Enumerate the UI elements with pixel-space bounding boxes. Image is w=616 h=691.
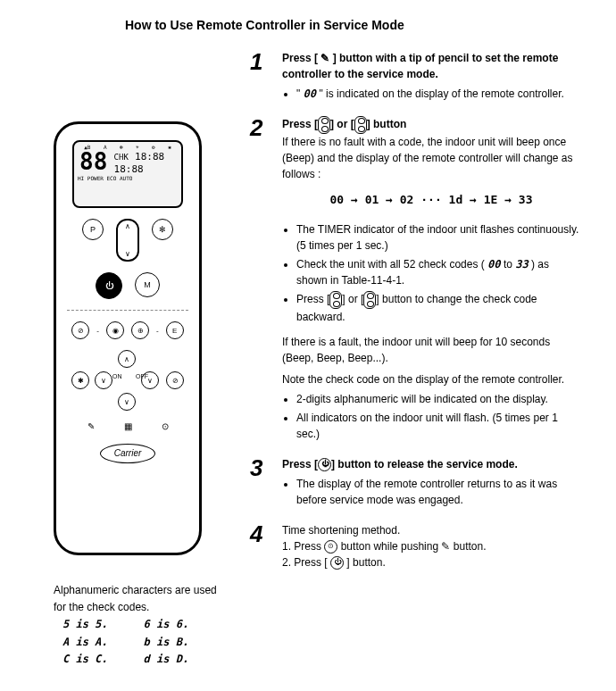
btn-d: E (166, 321, 184, 339)
btn-a: ⊘ (71, 321, 89, 339)
step-3: 3 Press [⏻] button to release the servic… (250, 456, 580, 512)
power-button: ⏻ (96, 272, 122, 299)
power-icon: ⏻ (330, 556, 344, 570)
reset-icon: ▦ (124, 421, 132, 431)
bottom-icons: ✎ ▦ ⊙ (72, 421, 183, 431)
step-4: 4 Time shortening method. 1. Press ⊙ but… (250, 522, 580, 570)
btn-b: ◉ (106, 321, 124, 339)
clock-icon: ⊙ (324, 540, 337, 554)
page-title: How to Use Remote Controller in Service … (125, 18, 580, 32)
step-2: 2 Press [] or [] button If there is no f… (250, 116, 580, 445)
on-button-icon (318, 116, 330, 134)
pencil-icon: ✎ (441, 540, 450, 553)
m-button: M (135, 272, 160, 297)
power-icon: ⏻ (318, 458, 331, 471)
fan-button: ✻ (152, 219, 173, 240)
on-off-cluster: ∧ ∨ ∨ ∨ ON OFF ✱ ⊘ (87, 350, 168, 414)
char-code-note: Alphanumeric characters are used for the… (54, 582, 232, 668)
remote-lcd: ▲BA❄☀⚙✱ 88 CHK 18:88 18:88 HI POWER ECO … (72, 140, 183, 208)
p-button: P (82, 219, 104, 240)
instructions-column: 1 Press [ ✎ ] button with a tip of penci… (250, 50, 580, 668)
off-button-icon (354, 116, 367, 134)
code-sequence: 00 → 01 → 02 ··· 1d → 1E → 33 (282, 191, 580, 209)
left-column: ▲BA❄☀⚙✱ 88 CHK 18:88 18:88 HI POWER ECO … (36, 50, 232, 668)
brand-logo: Carrier (100, 444, 155, 463)
on-button-icon (329, 291, 342, 309)
step-1: 1 Press [ ✎ ] button with a tip of penci… (250, 50, 580, 105)
temp-up-down: ∧∨ (116, 219, 139, 262)
btn-c: ⊕ (131, 321, 149, 339)
remote-controller-diagram: ▲BA❄☀⚙✱ 88 CHK 18:88 18:88 HI POWER ECO … (54, 121, 202, 555)
clock-icon: ⊙ (162, 421, 169, 431)
pencil-icon: ✎ (320, 52, 329, 64)
temp-display: 88 (74, 150, 107, 173)
pencil-icon: ✎ (87, 421, 95, 431)
off-button-icon (363, 291, 376, 309)
